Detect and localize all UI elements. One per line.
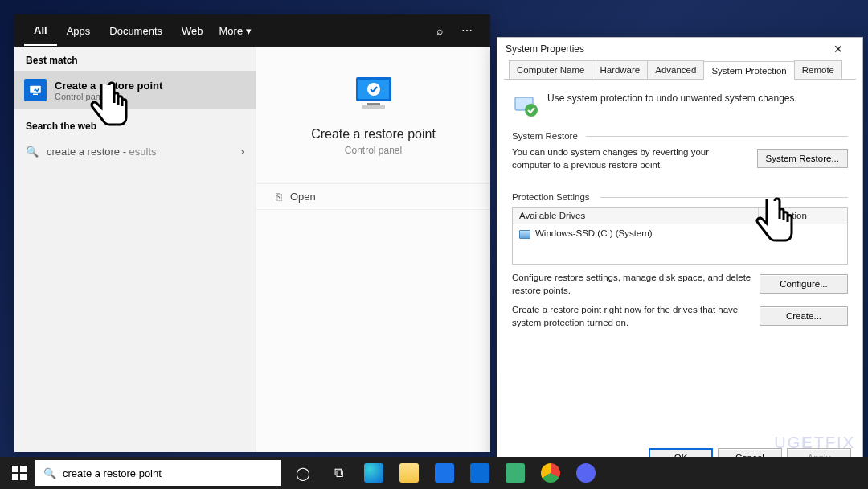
- app-edge[interactable]: [357, 457, 391, 489]
- app-mail[interactable]: [463, 457, 497, 489]
- result-subtitle: Control panel: [55, 92, 162, 101]
- drives-table: Available Drives Protection Windows-SSD …: [512, 207, 848, 264]
- app-discord[interactable]: [569, 457, 603, 489]
- result-title: Create a restore point: [55, 80, 162, 92]
- web-suggestion-text: create a restore - esults: [47, 146, 157, 158]
- taskbar-search[interactable]: 🔍: [35, 460, 281, 486]
- app-store[interactable]: [428, 457, 461, 489]
- shield-restore-icon: [512, 92, 539, 120]
- group-protection-settings: Protection Settings: [512, 192, 848, 202]
- start-detail-column: Create a restore point Control panel ⎘ O…: [256, 14, 490, 452]
- chevron-right-icon: ›: [240, 145, 244, 158]
- web-search-suggestion[interactable]: 🔍 create a restore - esults ›: [14, 137, 256, 166]
- taskbar: 🔍 ◯ ⧉: [0, 457, 868, 489]
- detail-subtitle: Control panel: [311, 145, 436, 156]
- detail-restore-icon: [351, 71, 396, 116]
- dialog-tabs: Computer Name Hardware Advanced System P…: [504, 60, 856, 80]
- dialog-title: System Properties: [506, 43, 584, 55]
- svg-point-8: [525, 104, 538, 117]
- detail-title: Create a restore point: [311, 127, 436, 142]
- svg-point-4: [367, 83, 380, 96]
- restore-point-icon: [24, 79, 47, 101]
- app-chrome[interactable]: [534, 457, 567, 489]
- close-button[interactable]: ✕: [822, 43, 854, 55]
- system-properties-dialog: System Properties ✕ Computer Name Hardwa…: [497, 37, 863, 476]
- drive-name: Windows-SSD (C:) (System): [535, 228, 653, 238]
- svg-rect-1: [33, 94, 38, 96]
- start-menu-tabs: All Apps Documents Web More ▾ ⌕ ⋯: [14, 14, 490, 47]
- col-available-drives: Available Drives: [513, 208, 759, 224]
- search-icon: 🔍: [26, 146, 39, 158]
- tab-all[interactable]: All: [24, 16, 57, 46]
- configure-button[interactable]: Configure...: [760, 274, 848, 294]
- search-icon: 🔍: [43, 467, 56, 479]
- svg-rect-5: [367, 103, 380, 105]
- tab-more[interactable]: More ▾: [213, 17, 258, 45]
- app-generic[interactable]: [498, 457, 532, 489]
- tab-web[interactable]: Web: [172, 17, 213, 45]
- start-results-column: Best match Create a restore point Contro…: [14, 14, 256, 452]
- drive-status: On: [759, 226, 847, 240]
- detail-open-label: Open: [290, 191, 316, 203]
- tab-advanced[interactable]: Advanced: [647, 60, 704, 79]
- col-protection: Protection: [759, 208, 847, 224]
- system-restore-button[interactable]: System Restore...: [757, 149, 848, 168]
- create-text: Create a restore point right now for the…: [512, 303, 751, 329]
- detail-open-action[interactable]: ⎘ Open: [256, 183, 490, 210]
- tab-computer-name[interactable]: Computer Name: [509, 60, 592, 79]
- watermark: UGETFIX: [774, 434, 855, 452]
- tab-apps[interactable]: Apps: [57, 17, 100, 45]
- configure-text: Configure restore settings, manage disk …: [512, 271, 751, 297]
- tab-hardware[interactable]: Hardware: [592, 60, 648, 79]
- intro-text: Use system protection to undo unwanted s…: [547, 92, 797, 104]
- windows-logo-icon: [12, 466, 27, 480]
- search-web-header: Search the web: [14, 109, 256, 137]
- group-system-restore: System Restore: [512, 131, 848, 141]
- tab-remote[interactable]: Remote: [794, 60, 842, 79]
- best-match-header: Best match: [14, 47, 256, 71]
- start-button[interactable]: [3, 457, 35, 489]
- feedback-icon[interactable]: ⌕: [426, 24, 453, 37]
- start-search-panel: Best match Create a restore point Contro…: [14, 14, 490, 452]
- cortana-icon[interactable]: ◯: [286, 457, 320, 489]
- more-options-icon[interactable]: ⋯: [453, 24, 481, 37]
- table-row[interactable]: Windows-SSD (C:) (System) On: [513, 224, 847, 242]
- create-button[interactable]: Create...: [760, 306, 848, 326]
- task-view-icon[interactable]: ⧉: [321, 457, 355, 489]
- tab-documents[interactable]: Documents: [100, 17, 172, 45]
- app-explorer[interactable]: [392, 457, 426, 489]
- svg-rect-6: [362, 105, 385, 109]
- system-restore-text: You can undo system changes by reverting…: [512, 146, 749, 171]
- open-icon: ⎘: [276, 191, 282, 203]
- taskbar-search-input[interactable]: [63, 467, 273, 479]
- tab-system-protection[interactable]: System Protection: [703, 61, 794, 80]
- result-create-restore-point[interactable]: Create a restore point Control panel: [14, 71, 256, 109]
- drive-icon: [519, 230, 530, 239]
